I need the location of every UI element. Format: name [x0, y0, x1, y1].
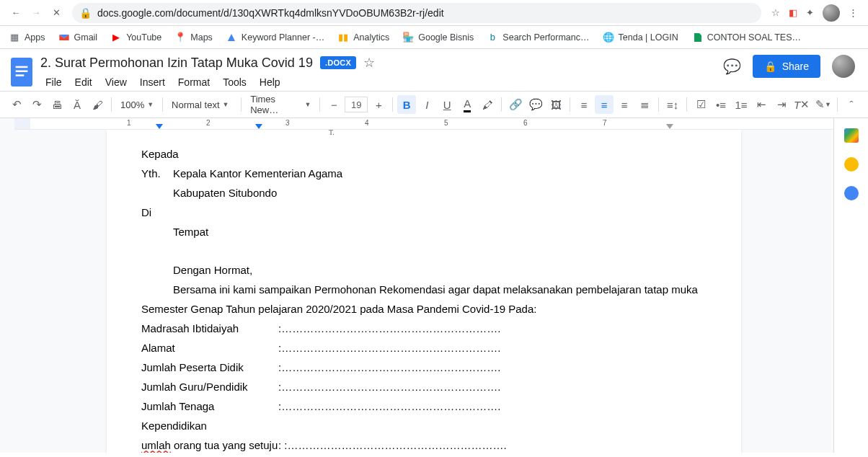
style-dropdown[interactable]: Normal text▼ [167, 95, 236, 114]
indent-increase-button[interactable]: ⇥ [772, 95, 791, 114]
redo-button[interactable]: ↷ [27, 95, 46, 114]
url-text: docs.google.com/document/d/130qXWRTkq4dm… [97, 7, 444, 19]
nav-forward[interactable]: → [26, 3, 46, 23]
f4-label: Jumlah Guru/Pendidik [141, 377, 257, 396]
bm-bisnis[interactable]: 🏪Google Bisnis [402, 32, 474, 43]
underline-button[interactable]: U [438, 95, 456, 114]
bm-contoh[interactable]: CONTOH SOAL TES… [691, 32, 801, 43]
f3-label: Jumlah Peserta Didik [141, 358, 257, 377]
doc-title[interactable]: 2. Surat Permohonan Izin Tatap Muka Covi… [40, 56, 313, 71]
line-kab: Kabupaten Situbondo [173, 183, 707, 203]
menu-help[interactable]: Help [254, 74, 285, 91]
menu-format[interactable]: Format [173, 74, 215, 91]
svg-rect-2 [16, 71, 28, 73]
docs-logo[interactable] [9, 55, 35, 89]
svg-rect-1 [16, 66, 28, 68]
menu-bar: File Edit View Insert Format Tools Help [40, 74, 723, 91]
star-icon[interactable]: ☆ [771, 7, 780, 18]
line-tempat: Tempat [173, 222, 707, 241]
line-kepada: Kepada [141, 144, 707, 164]
spellcheck-button[interactable]: Ă [68, 95, 87, 114]
fontsize-input[interactable]: 19 [345, 97, 368, 112]
f3-val: :……………………………………………………. [278, 358, 500, 377]
f2-label: Alamat [141, 338, 257, 358]
font-dropdown[interactable]: Times New…▼ [246, 95, 315, 114]
calendar-icon[interactable] [844, 128, 859, 143]
indent-decrease-button[interactable]: ⇤ [752, 95, 771, 114]
nav-stop[interactable]: ✕ [46, 3, 66, 23]
ext-icon[interactable]: ◧ [789, 7, 797, 18]
number-list-button[interactable]: 1≡ [732, 95, 750, 114]
svg-rect-3 [16, 74, 25, 76]
bookmarks-bar: ▦Apps Gmail ▶YouTube 📍Maps Keyword Plann… [0, 26, 868, 49]
chrome-menu-icon[interactable]: ⋮ [849, 7, 858, 18]
f6-label: umlah orang tua yang setuju [141, 435, 278, 453]
bold-button[interactable]: B [397, 95, 416, 114]
hide-menus-button[interactable]: ˆ [842, 95, 861, 114]
clear-format-button[interactable]: T✕ [792, 95, 811, 114]
text-color-button[interactable]: A [458, 95, 477, 114]
image-button[interactable]: 🖼 [546, 95, 565, 114]
align-right-button[interactable]: ≡ [615, 95, 634, 114]
f5-val: :……………………………………………………. [278, 396, 500, 435]
line-di: Di [141, 203, 707, 222]
side-panel [833, 118, 868, 453]
ruler[interactable]: 1 2 3 4 5 6 7 T. [14, 118, 833, 130]
lock-share-icon: 🔒 [764, 61, 776, 72]
share-button[interactable]: 🔒 Share [753, 55, 820, 78]
bm-youtube[interactable]: ▶YouTube [110, 32, 161, 43]
line-p1: Bersama ini kami sampaikan Permohonan Re… [173, 280, 707, 299]
bm-tenda[interactable]: 🌐Tenda | LOGIN [603, 32, 678, 43]
menu-file[interactable]: File [40, 74, 67, 91]
editing-mode-button[interactable]: ✎ ▼ [814, 95, 833, 114]
star-doc-icon[interactable]: ☆ [363, 55, 375, 71]
bullet-list-button[interactable]: •≡ [712, 95, 730, 114]
bm-analytics[interactable]: ▮▮Analytics [337, 32, 389, 43]
nav-back[interactable]: ← [6, 3, 26, 23]
align-left-button[interactable]: ≡ [575, 95, 593, 114]
f1-label: Madrasah Ibtidaiyah [141, 319, 257, 338]
zoom-dropdown[interactable]: 100%▼ [116, 95, 158, 114]
menu-edit[interactable]: Edit [70, 74, 97, 91]
bm-keyword[interactable]: Keyword Planner -… [226, 32, 324, 43]
document-page[interactable]: Kepada Yth. Kepala Kantor Kementerian Ag… [107, 130, 741, 453]
keep-icon[interactable] [844, 157, 859, 172]
print-button[interactable]: 🖶 [48, 95, 66, 114]
user-avatar[interactable] [832, 55, 855, 78]
line-spacing-button[interactable]: ≡↕ [663, 95, 682, 114]
f4-val: :……………………………………………………. [278, 377, 500, 396]
paint-format-button[interactable]: 🖌 [88, 95, 107, 114]
docx-badge: .DOCX [320, 56, 356, 69]
fontsize-increase[interactable]: + [369, 95, 388, 114]
address-bar[interactable]: 🔒 docs.google.com/document/d/130qXWRTkq4… [72, 3, 761, 23]
line-yth: Yth. [141, 164, 173, 183]
bm-gmail[interactable]: Gmail [58, 32, 98, 43]
highlight-button[interactable]: 🖍 [478, 95, 497, 114]
bm-apps[interactable]: ▦Apps [9, 32, 45, 43]
align-center-button[interactable]: ≡ [595, 95, 614, 114]
menu-tools[interactable]: Tools [218, 74, 252, 91]
extensions-icon[interactable]: ✦ [806, 7, 814, 18]
line-kepala: Kepala Kantor Kementerian Agama [173, 164, 342, 183]
f1-val: :……………………………………………………. [278, 319, 500, 338]
bm-search[interactable]: bSearch Performanc… [487, 32, 589, 43]
line-p2: Semester Genap Tahun pelajaran 2020/2021… [141, 299, 707, 319]
link-button[interactable]: 🔗 [506, 95, 525, 114]
tasks-icon[interactable] [844, 186, 859, 200]
menu-view[interactable]: View [100, 74, 132, 91]
undo-button[interactable]: ↶ [7, 95, 26, 114]
f5-label: Jumlah Tenaga Kependidikan [141, 396, 278, 435]
comments-icon[interactable]: 💬 [723, 58, 741, 75]
toolbar: ↶ ↷ 🖶 Ă 🖌 100%▼ Normal text▼ Times New…▼… [0, 91, 868, 118]
menu-insert[interactable]: Insert [135, 74, 170, 91]
fontsize-decrease[interactable]: − [324, 95, 343, 114]
line-hormat: Dengan Hormat, [173, 260, 707, 280]
align-justify-button[interactable]: ≣ [635, 95, 654, 114]
profile-avatar[interactable] [823, 4, 840, 22]
f2-val: :……………………………………………………. [278, 338, 500, 358]
lock-icon: 🔒 [79, 7, 92, 19]
bm-maps[interactable]: 📍Maps [174, 32, 213, 43]
italic-button[interactable]: I [417, 95, 436, 114]
comment-button[interactable]: 💬 [526, 95, 545, 114]
checklist-button[interactable]: ☑ [691, 95, 710, 114]
